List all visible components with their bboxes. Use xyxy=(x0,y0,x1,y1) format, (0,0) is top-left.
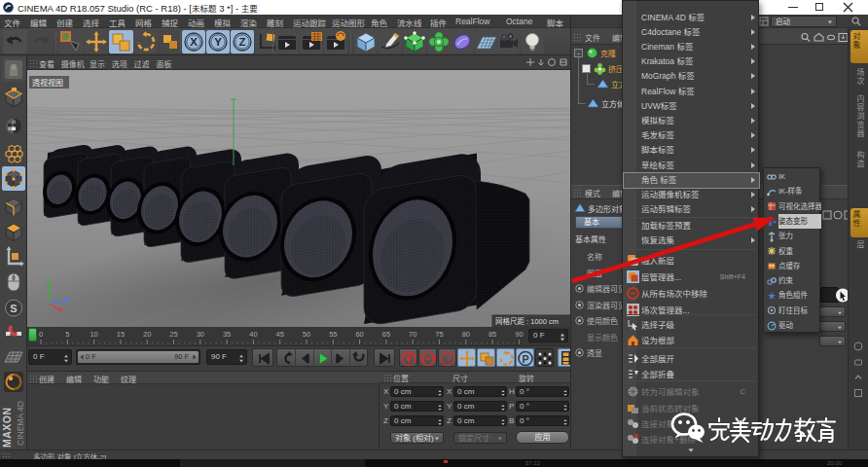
svg-text:15: 15 xyxy=(117,330,125,339)
svg-text:X: X xyxy=(190,36,198,48)
svg-text:透视视图: 透视视图 xyxy=(32,78,63,88)
svg-text:75: 75 xyxy=(435,330,443,339)
svg-text:0: 0 xyxy=(39,330,43,339)
svg-text:55: 55 xyxy=(329,330,337,339)
svg-text:20: 20 xyxy=(143,330,151,339)
svg-text:80: 80 xyxy=(462,330,470,339)
svg-text:50: 50 xyxy=(303,330,310,339)
svg-text:S: S xyxy=(10,303,17,314)
svg-text:30: 30 xyxy=(197,330,204,339)
svg-text:45: 45 xyxy=(276,330,284,339)
svg-text:Z: Z xyxy=(238,36,245,48)
svg-text:10: 10 xyxy=(90,330,97,339)
svg-text:Y: Y xyxy=(214,36,222,48)
svg-text:5: 5 xyxy=(65,330,69,339)
svg-text:?: ? xyxy=(445,353,451,364)
svg-text:40: 40 xyxy=(249,330,257,339)
svg-text:85: 85 xyxy=(488,330,496,339)
svg-text:35: 35 xyxy=(223,330,231,339)
svg-text:60: 60 xyxy=(355,330,363,339)
svg-text:70: 70 xyxy=(409,330,416,339)
svg-text:65: 65 xyxy=(382,330,390,339)
svg-text:P: P xyxy=(522,353,528,365)
svg-text:25: 25 xyxy=(169,330,177,339)
svg-text:网格尺距 : 1000 cm: 网格尺距 : 1000 cm xyxy=(495,316,559,326)
svg-text:90: 90 xyxy=(515,330,523,339)
